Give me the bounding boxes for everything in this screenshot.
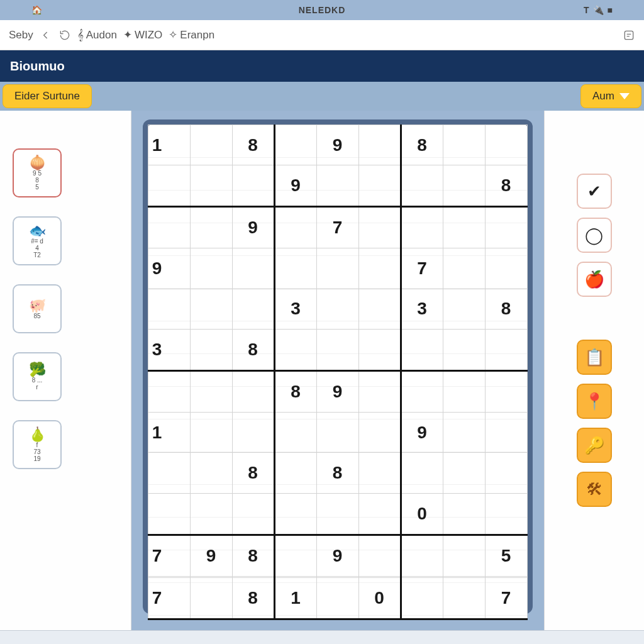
cell-r1-c2[interactable] bbox=[232, 165, 274, 207]
cell-r0-c4[interactable]: 9 bbox=[316, 125, 358, 165]
cell-r10-c0[interactable]: 7 bbox=[148, 535, 190, 576]
toolbar-item-audon[interactable]: 𝄞 Audon bbox=[77, 29, 117, 42]
cell-r7-c1[interactable] bbox=[190, 413, 232, 453]
tool-action-3[interactable]: 🛠 bbox=[577, 472, 612, 507]
cell-r4-c5[interactable] bbox=[358, 289, 401, 329]
cell-r9-c7[interactable] bbox=[443, 493, 485, 535]
cell-r4-c0[interactable] bbox=[148, 289, 190, 329]
cell-r8-c7[interactable] bbox=[443, 453, 485, 493]
extension-icon[interactable] bbox=[623, 29, 635, 42]
cell-r2-c5[interactable] bbox=[358, 207, 401, 248]
cell-r10-c2[interactable]: 8 bbox=[232, 535, 274, 576]
cell-r1-c1[interactable] bbox=[190, 165, 232, 207]
cell-r9-c2[interactable] bbox=[232, 493, 274, 535]
cell-r9-c8[interactable] bbox=[485, 493, 527, 535]
cell-r9-c3[interactable] bbox=[274, 493, 316, 535]
cell-r12-c2[interactable]: 8 bbox=[232, 577, 274, 619]
cell-r7-c0[interactable]: 1 bbox=[148, 413, 190, 453]
cell-r3-c8[interactable] bbox=[485, 248, 527, 289]
cell-r4-c7[interactable] bbox=[443, 289, 485, 329]
cell-r8-c1[interactable] bbox=[190, 453, 232, 493]
cell-r1-c8[interactable]: 8 bbox=[485, 165, 527, 207]
cell-r7-c8[interactable] bbox=[485, 413, 527, 453]
cell-r6-c1[interactable] bbox=[190, 370, 232, 412]
cell-r10-c8[interactable]: 5 bbox=[485, 535, 527, 576]
cell-r8-c4[interactable]: 8 bbox=[316, 453, 358, 493]
cell-r10-c1[interactable]: 9 bbox=[190, 535, 232, 576]
cell-r2-c6[interactable] bbox=[401, 207, 443, 248]
theme-card-2[interactable]: 🐖85 bbox=[13, 284, 62, 333]
tool-soft-1[interactable]: ◯ bbox=[577, 218, 612, 253]
cell-r7-c6[interactable]: 9 bbox=[401, 413, 443, 453]
cell-r3-c0[interactable]: 9 bbox=[148, 248, 190, 289]
cell-r12-c1[interactable] bbox=[190, 577, 232, 619]
cell-r9-c0[interactable] bbox=[148, 493, 190, 535]
mode-dropdown[interactable]: Aum bbox=[580, 84, 641, 108]
tool-action-0[interactable]: 📋 bbox=[577, 340, 612, 375]
back-icon[interactable] bbox=[40, 29, 52, 42]
cell-r4-c1[interactable] bbox=[190, 289, 232, 329]
cell-r5-c1[interactable] bbox=[190, 329, 232, 370]
cell-r4-c6[interactable]: 3 bbox=[401, 289, 443, 329]
cell-r4-c3[interactable]: 3 bbox=[274, 289, 316, 329]
tool-action-1[interactable]: 📍 bbox=[577, 384, 612, 419]
cell-r10-c4[interactable]: 9 bbox=[316, 535, 358, 576]
cell-r2-c0[interactable] bbox=[148, 207, 190, 248]
cell-r3-c4[interactable] bbox=[316, 248, 358, 289]
cell-r2-c1[interactable] bbox=[190, 207, 232, 248]
cell-r1-c5[interactable] bbox=[358, 165, 401, 207]
cell-r5-c2[interactable]: 8 bbox=[232, 329, 274, 370]
cell-r8-c5[interactable] bbox=[358, 453, 401, 493]
cell-r1-c4[interactable] bbox=[316, 165, 358, 207]
cell-r1-c7[interactable] bbox=[443, 165, 485, 207]
cell-r6-c8[interactable] bbox=[485, 370, 527, 412]
theme-card-4[interactable]: 🍐f7319 bbox=[13, 420, 62, 469]
cell-r9-c4[interactable] bbox=[316, 493, 358, 535]
tool-soft-2[interactable]: 🍎 bbox=[577, 262, 612, 297]
cell-r9-c1[interactable] bbox=[190, 493, 232, 535]
cell-r7-c7[interactable] bbox=[443, 413, 485, 453]
cell-r2-c3[interactable] bbox=[274, 207, 316, 248]
cell-r5-c3[interactable] bbox=[274, 329, 316, 370]
cell-r9-c6[interactable]: 0 bbox=[401, 493, 443, 535]
cell-r5-c5[interactable] bbox=[358, 329, 401, 370]
cell-r2-c2[interactable]: 9 bbox=[232, 207, 274, 248]
cell-r2-c8[interactable] bbox=[485, 207, 527, 248]
cell-r4-c4[interactable] bbox=[316, 289, 358, 329]
cell-r2-c7[interactable] bbox=[443, 207, 485, 248]
toolbar-item-seby[interactable]: Seby bbox=[9, 29, 33, 42]
cell-r5-c7[interactable] bbox=[443, 329, 485, 370]
cell-r3-c7[interactable] bbox=[443, 248, 485, 289]
cell-r0-c7[interactable] bbox=[443, 125, 485, 165]
cell-r6-c6[interactable] bbox=[401, 370, 443, 412]
cell-r4-c8[interactable]: 8 bbox=[485, 289, 527, 329]
cell-r3-c1[interactable] bbox=[190, 248, 232, 289]
cell-r5-c4[interactable] bbox=[316, 329, 358, 370]
cell-r0-c1[interactable] bbox=[190, 125, 232, 165]
cell-r8-c0[interactable] bbox=[148, 453, 190, 493]
cell-r7-c4[interactable] bbox=[316, 413, 358, 453]
cell-r0-c5[interactable] bbox=[358, 125, 401, 165]
cell-r0-c8[interactable] bbox=[485, 125, 527, 165]
theme-card-1[interactable]: 🐟#= d4T2 bbox=[13, 216, 62, 265]
tool-action-2[interactable]: 🔑 bbox=[577, 428, 612, 463]
cell-r8-c6[interactable] bbox=[401, 453, 443, 493]
cell-r3-c5[interactable] bbox=[358, 248, 401, 289]
cell-r2-c4[interactable]: 7 bbox=[316, 207, 358, 248]
cell-r12-c0[interactable]: 7 bbox=[148, 577, 190, 619]
toolbar-item-wizo[interactable]: ✦ WIZO bbox=[123, 28, 162, 42]
cell-r6-c5[interactable] bbox=[358, 370, 401, 412]
cell-r12-c4[interactable] bbox=[316, 577, 358, 619]
cell-r5-c0[interactable]: 3 bbox=[148, 329, 190, 370]
cell-r0-c2[interactable]: 8 bbox=[232, 125, 274, 165]
cell-r6-c4[interactable]: 9 bbox=[316, 370, 358, 412]
cell-r12-c7[interactable] bbox=[443, 577, 485, 619]
cell-r4-c2[interactable] bbox=[232, 289, 274, 329]
cell-r10-c7[interactable] bbox=[443, 535, 485, 576]
reload-icon[interactable] bbox=[58, 29, 71, 42]
cell-r7-c5[interactable] bbox=[358, 413, 401, 453]
cell-r5-c8[interactable] bbox=[485, 329, 527, 370]
tool-soft-0[interactable]: ✔ bbox=[577, 174, 612, 209]
cell-r8-c2[interactable]: 8 bbox=[232, 453, 274, 493]
cell-r12-c5[interactable]: 0 bbox=[358, 577, 401, 619]
